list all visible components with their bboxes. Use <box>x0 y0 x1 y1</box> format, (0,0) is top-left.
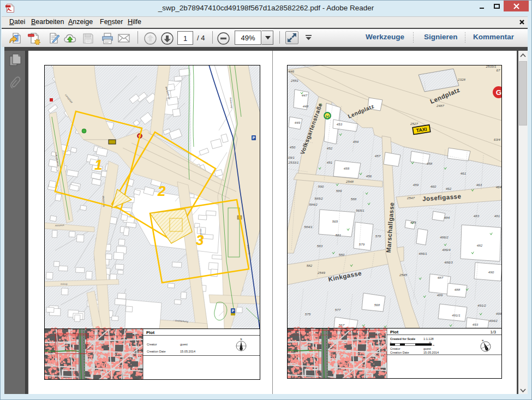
svg-text:Creator: Creator <box>390 347 401 350</box>
svg-text:P: P <box>232 309 235 313</box>
svg-text:575: 575 <box>305 312 311 316</box>
svg-text:585/2: 585/2 <box>314 196 323 200</box>
svg-text:459: 459 <box>413 183 419 187</box>
svg-text:455: 455 <box>344 166 350 170</box>
svg-text:484: 484 <box>444 216 450 219</box>
svg-text:63/4: 63/4 <box>494 138 501 141</box>
svg-text:486/2: 486/2 <box>440 235 449 239</box>
svg-text:589: 589 <box>336 189 342 193</box>
svg-text:452: 452 <box>327 146 333 150</box>
svg-text:494/2: 494/2 <box>489 319 498 323</box>
svg-text:486/1: 486/1 <box>419 252 427 255</box>
svg-text:2548: 2548 <box>345 180 354 183</box>
svg-text:G: G <box>496 88 502 97</box>
svg-text:462: 462 <box>446 187 452 190</box>
svg-text:483: 483 <box>474 214 480 218</box>
svg-text:1/3: 1/3 <box>491 330 496 335</box>
svg-text:2328: 2328 <box>457 77 465 81</box>
svg-text:458: 458 <box>427 162 433 165</box>
svg-text:482: 482 <box>477 243 483 247</box>
svg-text:2551: 2551 <box>290 79 298 82</box>
svg-text:2487: 2487 <box>436 104 444 108</box>
svg-text:584/2: 584/2 <box>309 202 318 206</box>
svg-text:15.05.2014: 15.05.2014 <box>423 351 439 354</box>
svg-text:0: 0 <box>390 342 391 344</box>
svg-text:Griesg.: Griesg. <box>61 283 68 285</box>
svg-text:488: 488 <box>455 288 461 291</box>
svg-text:67: 67 <box>497 68 500 72</box>
svg-text:464: 464 <box>496 185 502 189</box>
svg-text:N: N <box>241 338 242 341</box>
svg-text:15.05.2014: 15.05.2014 <box>180 350 195 353</box>
svg-text:481: 481 <box>494 214 500 218</box>
svg-text:2: 2 <box>157 183 166 199</box>
svg-text:489: 489 <box>437 293 443 297</box>
svg-text:1:1.128: 1:1.128 <box>423 337 434 341</box>
svg-text:580: 580 <box>339 253 345 256</box>
svg-text:581: 581 <box>336 233 341 237</box>
svg-text:40: 40 <box>429 342 431 344</box>
svg-text:Plot: Plot <box>390 330 398 335</box>
svg-text:499: 499 <box>496 312 502 315</box>
svg-text:487: 487 <box>438 276 444 279</box>
svg-text:449: 449 <box>295 121 301 124</box>
svg-text:450: 450 <box>290 145 296 149</box>
svg-text:579: 579 <box>359 242 365 246</box>
svg-text:454: 454 <box>353 140 359 144</box>
svg-text:577: 577 <box>335 308 341 312</box>
svg-text:Created for Scale: Created for Scale <box>390 337 415 341</box>
svg-text:Plot: Plot <box>146 330 154 335</box>
svg-text:456: 456 <box>366 174 372 178</box>
svg-text:578: 578 <box>375 234 381 238</box>
svg-text:491/1: 491/1 <box>452 313 460 317</box>
svg-text:584/1: 584/1 <box>304 225 312 229</box>
svg-text:09/1: 09/1 <box>288 156 295 159</box>
svg-text:463: 463 <box>476 183 482 187</box>
svg-text:590: 590 <box>318 184 324 188</box>
svg-text:447: 447 <box>302 93 308 97</box>
svg-text:461: 461 <box>461 171 466 175</box>
svg-text:Creation Date: Creation Date <box>390 351 409 354</box>
svg-text:446: 446 <box>289 69 295 73</box>
svg-text:P: P <box>253 136 255 140</box>
svg-text:2533/1: 2533/1 <box>288 160 299 164</box>
svg-text:2527: 2527 <box>410 122 418 126</box>
svg-text:2545: 2545 <box>399 273 407 277</box>
svg-text:565: 565 <box>332 219 338 223</box>
svg-text:1: 1 <box>94 157 102 173</box>
svg-text:490: 490 <box>488 270 494 274</box>
svg-text:2547: 2547 <box>407 196 415 200</box>
svg-text:457: 457 <box>375 154 381 158</box>
svg-text:568: 568 <box>374 303 380 307</box>
svg-text:588: 588 <box>351 197 357 201</box>
svg-text:Creation Date: Creation Date <box>147 350 166 353</box>
svg-text:2549: 2549 <box>317 271 325 274</box>
svg-text:486/3: 486/3 <box>444 260 453 264</box>
svg-text:guest: guest <box>423 347 431 350</box>
svg-text:Creator: Creator <box>147 343 157 346</box>
svg-text:491/2: 491/2 <box>477 303 486 307</box>
svg-text:3: 3 <box>196 232 204 248</box>
svg-text:451: 451 <box>327 160 332 164</box>
svg-text:453: 453 <box>337 122 343 126</box>
svg-text:583: 583 <box>317 244 323 248</box>
svg-text:448: 448 <box>303 104 309 108</box>
svg-text:H: H <box>326 114 329 119</box>
svg-text:486/4: 486/4 <box>442 248 451 252</box>
svg-text:565/1: 565/1 <box>356 208 364 212</box>
svg-text:guest: guest <box>180 343 188 346</box>
svg-text:582: 582 <box>307 264 313 267</box>
svg-text:m: m <box>433 344 434 347</box>
svg-text:493: 493 <box>473 323 479 326</box>
svg-text:460: 460 <box>431 184 437 188</box>
svg-text:485: 485 <box>410 220 416 224</box>
